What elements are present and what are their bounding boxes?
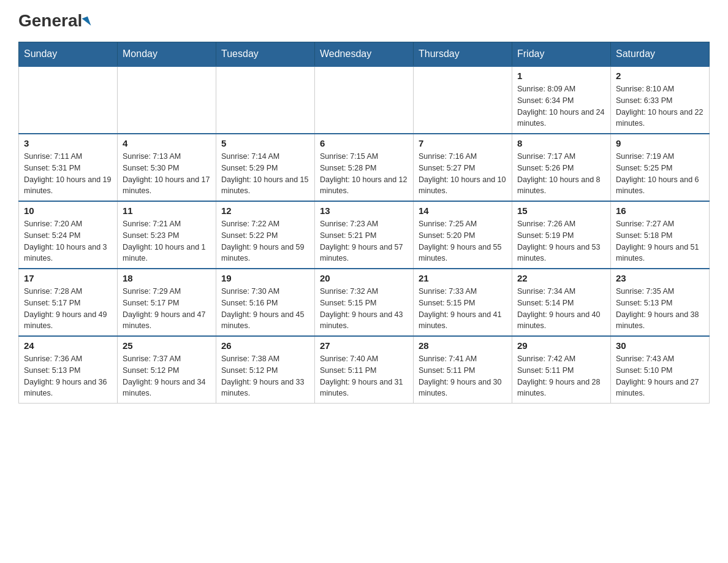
calendar-week-row: 17Sunrise: 7:28 AMSunset: 5:17 PMDayligh… [19,269,710,336]
day-number: 23 [616,273,704,283]
day-of-week-header: Sunday [19,42,118,67]
calendar-cell [19,66,118,134]
day-info: Sunrise: 7:28 AMSunset: 5:17 PMDaylight:… [24,286,112,332]
day-info: Sunrise: 7:11 AMSunset: 5:31 PMDaylight:… [24,151,112,197]
day-number: 1 [517,71,605,81]
day-of-week-header: Monday [118,42,216,67]
day-info: Sunrise: 7:42 AMSunset: 5:11 PMDaylight:… [517,353,605,399]
day-info: Sunrise: 7:43 AMSunset: 5:10 PMDaylight:… [616,353,704,399]
calendar-cell: 26Sunrise: 7:38 AMSunset: 5:12 PMDayligh… [216,336,315,404]
day-info: Sunrise: 7:13 AMSunset: 5:30 PMDaylight:… [123,151,211,197]
day-info: Sunrise: 7:25 AMSunset: 5:20 PMDaylight:… [419,218,507,264]
calendar-cell: 22Sunrise: 7:34 AMSunset: 5:14 PMDayligh… [512,269,611,336]
day-info: Sunrise: 7:26 AMSunset: 5:19 PMDaylight:… [517,218,605,264]
calendar-cell: 27Sunrise: 7:40 AMSunset: 5:11 PMDayligh… [315,336,414,404]
day-info: Sunrise: 7:41 AMSunset: 5:11 PMDaylight:… [419,353,507,399]
calendar-cell: 23Sunrise: 7:35 AMSunset: 5:13 PMDayligh… [611,269,710,336]
calendar-cell [118,66,216,134]
day-of-week-header: Tuesday [216,42,315,67]
calendar-cell: 17Sunrise: 7:28 AMSunset: 5:17 PMDayligh… [19,269,118,336]
calendar-cell: 10Sunrise: 7:20 AMSunset: 5:24 PMDayligh… [19,201,118,269]
calendar-cell: 7Sunrise: 7:16 AMSunset: 5:27 PMDaylight… [414,134,512,201]
day-info: Sunrise: 7:30 AMSunset: 5:16 PMDaylight:… [221,286,309,332]
page-header: General [18,12,710,29]
day-number: 8 [517,138,605,148]
calendar-cell: 18Sunrise: 7:29 AMSunset: 5:17 PMDayligh… [118,269,216,336]
calendar-cell: 21Sunrise: 7:33 AMSunset: 5:15 PMDayligh… [414,269,512,336]
calendar-cell: 12Sunrise: 7:22 AMSunset: 5:22 PMDayligh… [216,201,315,269]
day-number: 15 [517,205,605,216]
calendar-cell: 24Sunrise: 7:36 AMSunset: 5:13 PMDayligh… [19,336,118,404]
day-number: 6 [320,138,408,148]
calendar-cell: 2Sunrise: 8:10 AMSunset: 6:33 PMDaylight… [611,66,710,134]
day-info: Sunrise: 7:17 AMSunset: 5:26 PMDaylight:… [517,151,605,197]
calendar-cell: 4Sunrise: 7:13 AMSunset: 5:30 PMDaylight… [118,134,216,201]
calendar-cell: 11Sunrise: 7:21 AMSunset: 5:23 PMDayligh… [118,201,216,269]
calendar-cell: 15Sunrise: 7:26 AMSunset: 5:19 PMDayligh… [512,201,611,269]
calendar-cell: 25Sunrise: 7:37 AMSunset: 5:12 PMDayligh… [118,336,216,404]
day-number: 16 [616,205,704,216]
day-number: 14 [419,205,507,216]
day-number: 21 [419,273,507,283]
day-info: Sunrise: 7:37 AMSunset: 5:12 PMDaylight:… [123,353,211,399]
calendar-cell: 3Sunrise: 7:11 AMSunset: 5:31 PMDaylight… [19,134,118,201]
day-number: 2 [616,71,704,81]
day-number: 3 [24,138,112,148]
calendar-cell: 13Sunrise: 7:23 AMSunset: 5:21 PMDayligh… [315,201,414,269]
day-number: 5 [221,138,309,148]
day-info: Sunrise: 7:29 AMSunset: 5:17 PMDaylight:… [123,286,211,332]
calendar-week-row: 10Sunrise: 7:20 AMSunset: 5:24 PMDayligh… [19,201,710,269]
day-number: 29 [517,340,605,351]
calendar-cell: 8Sunrise: 7:17 AMSunset: 5:26 PMDaylight… [512,134,611,201]
calendar-week-row: 1Sunrise: 8:09 AMSunset: 6:34 PMDaylight… [19,66,710,134]
day-number: 10 [24,205,112,216]
day-number: 20 [320,273,408,283]
day-of-week-header: Wednesday [315,42,414,67]
calendar-cell: 29Sunrise: 7:42 AMSunset: 5:11 PMDayligh… [512,336,611,404]
day-info: Sunrise: 8:10 AMSunset: 6:33 PMDaylight:… [616,83,704,129]
day-number: 17 [24,273,112,283]
day-info: Sunrise: 7:19 AMSunset: 5:25 PMDaylight:… [616,151,704,197]
calendar-cell: 16Sunrise: 7:27 AMSunset: 5:18 PMDayligh… [611,201,710,269]
day-info: Sunrise: 7:16 AMSunset: 5:27 PMDaylight:… [419,151,507,197]
calendar-cell: 20Sunrise: 7:32 AMSunset: 5:15 PMDayligh… [315,269,414,336]
logo: General [18,12,89,29]
logo-general-text: General [18,12,89,29]
calendar-cell: 19Sunrise: 7:30 AMSunset: 5:16 PMDayligh… [216,269,315,336]
calendar-header-row: SundayMondayTuesdayWednesdayThursdayFrid… [19,42,710,67]
day-info: Sunrise: 7:38 AMSunset: 5:12 PMDaylight:… [221,353,309,399]
calendar-cell: 6Sunrise: 7:15 AMSunset: 5:28 PMDaylight… [315,134,414,201]
day-number: 4 [123,138,211,148]
day-of-week-header: Saturday [611,42,710,67]
day-number: 25 [123,340,211,351]
calendar-table: SundayMondayTuesdayWednesdayThursdayFrid… [18,42,710,404]
day-info: Sunrise: 7:21 AMSunset: 5:23 PMDaylight:… [123,218,211,264]
day-number: 30 [616,340,704,351]
day-of-week-header: Friday [512,42,611,67]
calendar-cell: 9Sunrise: 7:19 AMSunset: 5:25 PMDaylight… [611,134,710,201]
day-info: Sunrise: 7:32 AMSunset: 5:15 PMDaylight:… [320,286,408,332]
day-number: 28 [419,340,507,351]
day-info: Sunrise: 7:23 AMSunset: 5:21 PMDaylight:… [320,218,408,264]
day-info: Sunrise: 7:20 AMSunset: 5:24 PMDaylight:… [24,218,112,264]
calendar-cell: 28Sunrise: 7:41 AMSunset: 5:11 PMDayligh… [414,336,512,404]
day-number: 24 [24,340,112,351]
day-info: Sunrise: 7:15 AMSunset: 5:28 PMDaylight:… [320,151,408,197]
calendar-week-row: 3Sunrise: 7:11 AMSunset: 5:31 PMDaylight… [19,134,710,201]
day-number: 11 [123,205,211,216]
day-info: Sunrise: 7:22 AMSunset: 5:22 PMDaylight:… [221,218,309,264]
calendar-cell [315,66,414,134]
day-number: 9 [616,138,704,148]
day-info: Sunrise: 7:36 AMSunset: 5:13 PMDaylight:… [24,353,112,399]
calendar-week-row: 24Sunrise: 7:36 AMSunset: 5:13 PMDayligh… [19,336,710,404]
calendar-cell: 5Sunrise: 7:14 AMSunset: 5:29 PMDaylight… [216,134,315,201]
day-number: 18 [123,273,211,283]
day-info: Sunrise: 7:40 AMSunset: 5:11 PMDaylight:… [320,353,408,399]
day-info: Sunrise: 7:33 AMSunset: 5:15 PMDaylight:… [419,286,507,332]
day-number: 7 [419,138,507,148]
day-info: Sunrise: 7:14 AMSunset: 5:29 PMDaylight:… [221,151,309,197]
day-number: 12 [221,205,309,216]
day-number: 26 [221,340,309,351]
day-number: 22 [517,273,605,283]
calendar-cell [414,66,512,134]
